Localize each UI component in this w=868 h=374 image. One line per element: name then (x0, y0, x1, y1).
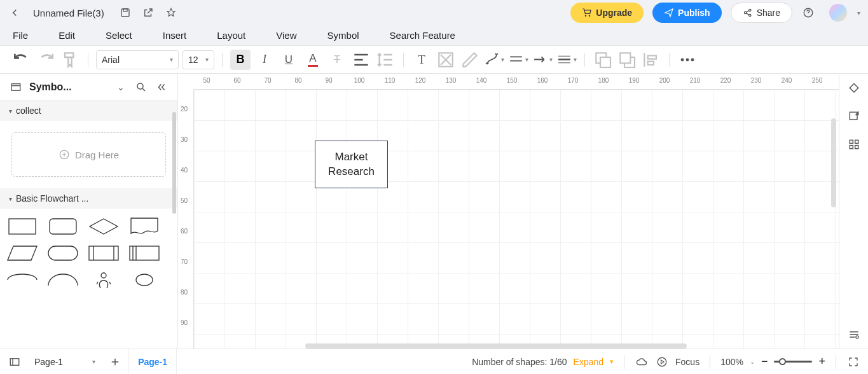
drag-here-label: Drag Here (75, 149, 119, 160)
shape-parallelogram[interactable] (4, 242, 41, 265)
menu-view[interactable]: View (276, 30, 296, 41)
zoom-out-icon[interactable]: − (761, 355, 768, 368)
canvas-shape-market-research[interactable]: Market Research (315, 141, 388, 188)
publish-button[interactable]: Publish (652, 3, 722, 23)
shapes-count-label: Number of shapes: 1/60 (472, 357, 567, 367)
more-icon[interactable] (677, 50, 698, 70)
line-color-icon[interactable] (460, 50, 480, 70)
fill-icon[interactable] (436, 50, 456, 70)
menu-layout[interactable]: Layout (217, 30, 245, 41)
layers-settings-icon[interactable] (847, 327, 861, 341)
underline-icon[interactable]: U (279, 50, 299, 70)
svg-rect-10 (620, 53, 630, 63)
page-tab[interactable]: Page-1 (128, 349, 177, 374)
svg-rect-21 (130, 246, 159, 260)
theme-icon[interactable] (847, 81, 861, 95)
shape-stored-data[interactable] (126, 242, 163, 265)
drag-here-zone[interactable]: Drag Here (11, 132, 166, 177)
front-layer-icon[interactable] (593, 50, 613, 70)
share-button[interactable]: Share (731, 3, 792, 23)
arrow-style-icon[interactable]: ▾ (532, 50, 553, 70)
font-size-select[interactable]: 12▾ (183, 50, 214, 69)
align-icon[interactable] (351, 50, 371, 70)
svg-rect-27 (850, 146, 853, 149)
shape-rounded-rect[interactable] (45, 215, 81, 238)
line-style-icon[interactable]: ▾ (508, 50, 528, 70)
redo-icon[interactable] (36, 50, 56, 70)
svg-point-31 (658, 357, 666, 366)
font-value: Arial (102, 55, 120, 65)
shapes-grid (0, 209, 177, 298)
strikethrough-icon[interactable]: T (327, 50, 347, 70)
page-selector[interactable]: Page-1▾ (28, 354, 102, 370)
save-icon[interactable] (118, 6, 132, 20)
back-layer-icon[interactable] (617, 50, 637, 70)
bold-icon[interactable]: B (230, 50, 251, 70)
shape-terminator[interactable] (45, 242, 81, 265)
panel-scrollbar[interactable] (172, 112, 176, 214)
shape-diamond[interactable] (85, 215, 122, 238)
add-page-icon[interactable] (108, 355, 122, 369)
help-icon[interactable] (801, 6, 815, 20)
cloud-icon[interactable] (635, 355, 649, 369)
workspace: Symbo... ⌄ collect Drag Here Basic Flowc… (0, 74, 868, 349)
canvas-scrollbar-vertical[interactable] (831, 118, 836, 207)
expand-link[interactable]: Expand (574, 357, 603, 367)
shape-document[interactable] (126, 215, 163, 238)
canvas-grid[interactable]: Market Research (194, 90, 839, 349)
back-icon[interactable] (8, 6, 22, 20)
right-toolbar (839, 74, 868, 349)
publish-label: Publish (678, 8, 710, 18)
open-external-icon[interactable] (141, 6, 155, 20)
library-icon[interactable] (9, 80, 23, 94)
svg-rect-30 (10, 358, 19, 365)
menu-select[interactable]: Select (106, 30, 132, 41)
format-painter-icon[interactable] (60, 50, 80, 70)
upgrade-button[interactable]: Upgrade (570, 3, 644, 23)
export-shape-icon[interactable] (847, 109, 861, 123)
svg-rect-28 (855, 146, 858, 149)
file-title[interactable]: Unnamed File(3) (33, 8, 104, 18)
zoom-value[interactable]: 100% (720, 357, 743, 367)
presentation-icon[interactable] (655, 355, 669, 369)
text-tool-icon[interactable]: T (411, 50, 432, 70)
menu-symbol[interactable]: Symbol (327, 30, 359, 41)
canvas-scrollbar-horizontal[interactable] (305, 343, 687, 349)
expand-chevron-icon[interactable]: ▾ (610, 357, 614, 366)
menu-insert[interactable]: Insert (163, 30, 187, 41)
avatar[interactable] (829, 4, 847, 22)
line-weight-icon[interactable]: ▾ (556, 50, 577, 70)
star-icon[interactable] (164, 6, 178, 20)
shape-text: Market Research (328, 150, 375, 179)
line-spacing-icon[interactable] (375, 50, 396, 70)
shape-manual-input[interactable] (85, 268, 122, 291)
apps-grid-icon[interactable] (847, 137, 861, 151)
menu-edit[interactable]: Edit (59, 30, 75, 41)
menu-search-feature[interactable]: Search Feature (390, 30, 455, 41)
menu-file[interactable]: File (13, 30, 28, 41)
italic-icon[interactable]: I (254, 50, 275, 70)
panel-chevron-icon[interactable]: ⌄ (114, 80, 128, 94)
zoom-slider[interactable] (774, 361, 812, 363)
font-select[interactable]: Arial▾ (96, 50, 179, 69)
undo-icon[interactable] (11, 50, 32, 70)
connector-icon[interactable]: ▾ (484, 50, 504, 70)
fullscreen-icon[interactable] (846, 355, 860, 369)
avatar-chevron-icon[interactable]: ▾ (857, 10, 860, 17)
shape-rectangle[interactable] (4, 215, 41, 238)
shape-connector[interactable] (126, 268, 163, 291)
zoom-in-icon[interactable]: + (818, 355, 825, 368)
shape-predefined[interactable] (85, 242, 122, 265)
text-color-icon[interactable]: A (303, 50, 323, 70)
align-objects-icon[interactable] (641, 50, 661, 70)
outline-view-icon[interactable] (8, 355, 22, 369)
shape-display[interactable] (4, 268, 41, 291)
shape-delay[interactable] (45, 268, 81, 291)
collapse-panel-icon[interactable] (155, 80, 169, 94)
section-collect[interactable]: collect (0, 100, 177, 121)
svg-rect-14 (11, 83, 20, 90)
section-basic-flowchart[interactable]: Basic Flowchart ... (0, 188, 177, 209)
focus-label[interactable]: Focus (675, 357, 699, 367)
search-icon[interactable] (134, 80, 148, 94)
canvas-area[interactable]: 5060708090100110120130140150160170180190… (178, 74, 839, 349)
